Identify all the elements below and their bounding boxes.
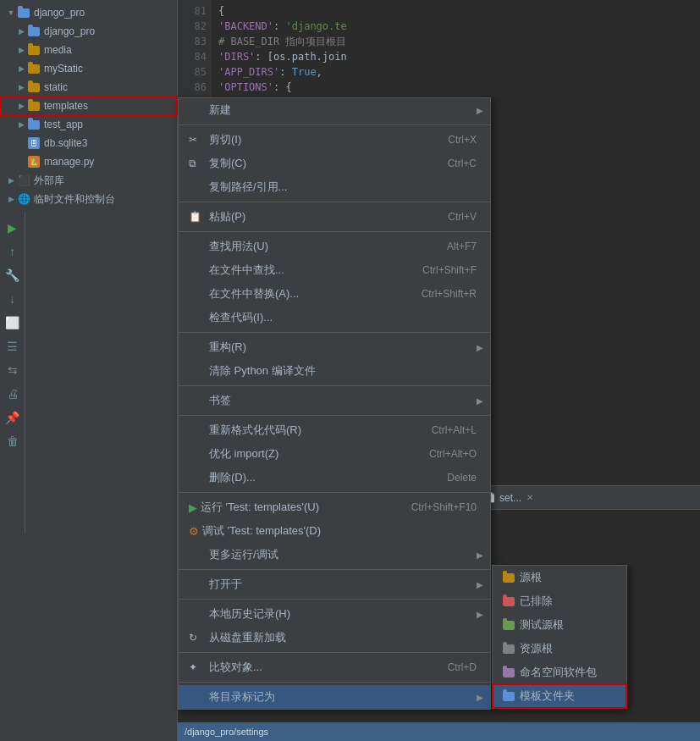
tree-item-static[interactable]: static	[0, 78, 177, 97]
wrench-button[interactable]: 🔧	[3, 266, 22, 285]
tree-item-test-app[interactable]: test_app	[0, 115, 177, 134]
menu-item-replace[interactable]: 在文件中替换(A)... Ctrl+Shift+R	[179, 282, 490, 306]
paste-icon: 📋	[189, 211, 204, 223]
manage-icon: 🐍	[27, 155, 41, 169]
compare-icon: ✦	[189, 661, 204, 673]
menu-item-debug-test[interactable]: ⚙ 调试 'Test: templates'(D)	[179, 519, 490, 543]
menu-item-bookmark[interactable]: 书签	[179, 389, 490, 412]
menu-sep-7	[179, 492, 490, 493]
menu-item-open-in[interactable]: 打开于	[179, 572, 490, 596]
submenu-test-source[interactable]: 测试源根	[493, 613, 626, 637]
mystatic-icon	[27, 62, 41, 75]
run-test-icon: ▶	[189, 501, 197, 514]
menu-item-copy-path[interactable]: 复制路径/引用...	[179, 175, 490, 199]
menu-delete-label: 删除(D)...	[209, 470, 256, 485]
tree-item-mystatic[interactable]: myStatic	[0, 59, 177, 78]
copy-shortcut: Ctrl+C	[431, 158, 477, 169]
submenu-excluded[interactable]: 已排除	[493, 589, 626, 613]
menu-run-test-label: 运行 'Test: templates'(U)	[201, 500, 319, 515]
menu-item-clean-pyc[interactable]: 清除 Python 编译文件	[179, 359, 490, 383]
tree-item-templates[interactable]: templates	[0, 97, 177, 115]
up-button[interactable]: ↑	[3, 242, 22, 261]
context-menu: 新建 ✂ 剪切(I) Ctrl+X ⧉ 复制(C) Ctrl+C 复制路径/引用…	[178, 97, 491, 710]
delete-shortcut: Delete	[430, 472, 477, 484]
list-button[interactable]: ☰	[3, 337, 22, 356]
tree-item-manage[interactable]: 🐍 manage.py	[0, 152, 177, 171]
tree-item-media[interactable]: media	[0, 41, 177, 59]
django-pro-arrow	[17, 27, 25, 36]
menu-sep-3	[179, 231, 490, 232]
menu-item-optimize[interactable]: 优化 import(Z) Ctrl+Alt+O	[179, 442, 490, 466]
menu-item-local-history[interactable]: 本地历史记录(H)	[179, 602, 490, 626]
menu-item-new[interactable]: 新建	[179, 98, 490, 122]
tree-item-temp[interactable]: 🌐 临时文件和控制台	[0, 190, 177, 208]
line-num-85: 85	[178, 64, 207, 80]
menu-item-run-test[interactable]: ▶ 运行 'Test: templates'(U) Ctrl+Shift+F10	[179, 495, 490, 519]
code-line-86: 'OPTIONS': {	[218, 80, 693, 95]
menu-item-refactor[interactable]: 重构(R)	[179, 335, 490, 359]
status-bar: /django_pro/settings	[178, 722, 700, 741]
django-pro-icon	[27, 25, 41, 38]
static-label: static	[44, 81, 68, 93]
code-line-82: 'BACKEND': 'django.te	[218, 19, 693, 34]
namespace-pkg-label: 命名空间软件包	[520, 665, 597, 680]
menu-sep-10	[179, 652, 490, 653]
line-num-81: 81	[178, 3, 207, 19]
menu-item-reformat[interactable]: 重新格式化代码(R) Ctrl+Alt+L	[179, 418, 490, 442]
external-label: 外部库	[34, 174, 64, 188]
media-icon	[27, 43, 41, 57]
temp-icon: 🌐	[17, 192, 30, 206]
menu-item-delete[interactable]: 删除(D)... Delete	[179, 466, 490, 489]
external-arrow	[7, 176, 15, 185]
reformat-shortcut: Ctrl+Alt+L	[415, 424, 477, 436]
tree-item-db[interactable]: 🗄 db.sqlite3	[0, 134, 177, 152]
tree-item-django-pro[interactable]: django_pro	[0, 22, 177, 41]
menu-item-more-run[interactable]: 更多运行/调试	[179, 543, 490, 567]
template-folder-icon	[503, 692, 515, 701]
menu-item-reload[interactable]: ↻ 从磁盘重新加载	[179, 626, 490, 650]
submenu-template-folder[interactable]: 模板文件夹	[493, 684, 626, 708]
delete-toolbar-button[interactable]: 🗑	[3, 432, 22, 451]
line-num-84: 84	[178, 49, 207, 64]
excluded-icon	[503, 597, 515, 606]
menu-item-compare[interactable]: ✦ 比较对象... Ctrl+D	[179, 655, 490, 679]
root-label: django_pro	[34, 7, 85, 19]
find-shortcut: Alt+F7	[430, 241, 477, 252]
menu-item-find-in-file[interactable]: 在文件中查找... Ctrl+Shift+F	[179, 258, 490, 282]
down-button[interactable]: ↓	[3, 290, 22, 308]
menu-open-in-label: 打开于	[209, 577, 242, 592]
menu-item-inspect[interactable]: 检查代码(I)...	[179, 306, 490, 329]
menu-item-mark-dir[interactable]: 将目录标记为 源根 已排除 测试源根 资源根 命名空间软件包	[179, 685, 490, 709]
menu-sep-2	[179, 202, 490, 202]
file-tree-panel: django_pro django_pro media myStatic	[0, 0, 178, 741]
menu-item-paste[interactable]: 📋 粘贴(P) Ctrl+V	[179, 205, 490, 229]
tree-item-external[interactable]: ⬛ 外部库	[0, 171, 177, 190]
template-folder-label: 模板文件夹	[520, 688, 575, 704]
run-tab-close-2[interactable]: ✕	[526, 493, 533, 502]
run-button[interactable]: ▶	[3, 218, 22, 237]
menu-item-copy[interactable]: ⧉ 复制(C) Ctrl+C	[179, 152, 490, 175]
pin-button[interactable]: 📌	[3, 408, 22, 427]
root-folder-icon	[17, 6, 30, 19]
resource-root-icon	[503, 644, 515, 654]
menu-sep-4	[179, 332, 490, 333]
menu-reformat-label: 重新格式化代码(R)	[209, 423, 301, 438]
menu-item-cut[interactable]: ✂ 剪切(I) Ctrl+X	[179, 128, 490, 152]
tree-root[interactable]: django_pro	[0, 3, 177, 22]
menu-item-find-usages[interactable]: 查找用法(U) Alt+F7	[179, 235, 490, 258]
align-button[interactable]: ⇆	[3, 361, 22, 379]
stop-button[interactable]: ⬜	[3, 313, 22, 332]
menu-sep-6	[179, 415, 490, 416]
test-app-icon	[27, 118, 41, 131]
print-button[interactable]: 🖨	[3, 384, 22, 403]
left-toolbar: ▶ ↑ 🔧 ↓ ⬜ ☰ ⇆ 🖨 📌 🗑	[0, 212, 25, 534]
submenu-namespace-pkg[interactable]: 命名空间软件包	[493, 661, 626, 684]
cut-icon: ✂	[189, 134, 204, 146]
submenu-resource-root[interactable]: 资源根	[493, 637, 626, 661]
media-label: media	[44, 44, 72, 56]
submenu-source-root[interactable]: 源根	[493, 566, 626, 589]
find-in-file-shortcut: Ctrl+Shift+F	[405, 264, 477, 276]
line-num-83: 83	[178, 34, 207, 49]
menu-find-in-file-label: 在文件中查找...	[209, 263, 284, 278]
reload-icon: ↻	[189, 632, 204, 644]
